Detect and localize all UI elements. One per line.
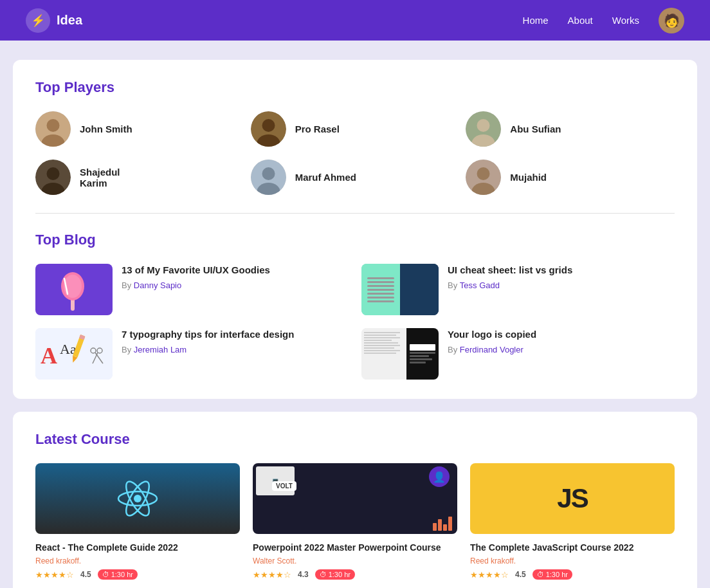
- avatar: [251, 160, 286, 195]
- list-item[interactable]: Shajedul Karim: [35, 160, 244, 195]
- top-players-title: Top Players: [35, 79, 675, 96]
- latest-course-title: Latest Course: [35, 431, 675, 448]
- logo-thumb-left: [361, 328, 406, 380]
- navbar: ⚡ Idea Home About Works 🧑: [0, 0, 710, 41]
- list-item[interactable]: JS The Complete JavaScript Course 2022 R…: [470, 463, 675, 580]
- course-meta: ★★★★☆ 4.5 ⏱ 1:30 hr: [470, 569, 675, 580]
- avatar: [35, 111, 71, 147]
- avatar: [466, 111, 501, 147]
- player-name: Pro Rasel: [295, 124, 340, 134]
- list-item[interactable]: Your logo is copied By Ferdinand Vogler: [361, 328, 675, 380]
- course-author: Reed krakoff.: [35, 556, 240, 565]
- blog-info: Your logo is copied By Ferdinand Vogler: [448, 328, 675, 354]
- course-meta: ★★★★☆ 4.3 ⏱ 1:30 hr: [253, 569, 457, 580]
- course-author: Reed krakoff.: [470, 556, 675, 565]
- blog-thumbnail: A Aa: [35, 328, 113, 380]
- list-item[interactable]: 💻 VOLT 👤 Powerpoint 2022 Master Powerpoi…: [253, 463, 457, 580]
- nav-about[interactable]: About: [568, 15, 593, 26]
- blog-author: By Jeremiah Lam: [122, 345, 349, 354]
- course-duration: ⏱ 1:30 hr: [98, 569, 138, 580]
- player-name: John Smith: [80, 124, 132, 134]
- svg-text:A: A: [41, 343, 57, 369]
- list-item[interactable]: React - The Complete Guide 2022 Reed kra…: [35, 463, 240, 580]
- course-title: The Complete JavaScript Course 2022: [470, 542, 675, 553]
- top-players-card: Top Players John Smith Pro Rasel Abu Suf…: [13, 60, 697, 399]
- course-meta: ★★★★☆ 4.5 ⏱ 1:30 hr: [35, 569, 240, 580]
- list-item[interactable]: 13 of My Favorite UI/UX Goodies By Danny…: [35, 264, 349, 315]
- player-name: Maruf Ahmed: [295, 172, 356, 183]
- nav-home[interactable]: Home: [523, 15, 549, 26]
- avatar: [251, 111, 286, 147]
- svg-point-10: [47, 167, 60, 180]
- person-icon: 👤: [429, 466, 450, 487]
- rating-value: 4.5: [515, 570, 526, 579]
- svg-point-7: [477, 119, 490, 132]
- course-thumbnail: [35, 463, 240, 534]
- list-item[interactable]: John Smith: [35, 111, 244, 147]
- course-thumbnail: JS: [470, 463, 675, 534]
- logo-text: Idea: [57, 13, 82, 28]
- star-rating: ★★★★☆: [35, 570, 74, 580]
- rating-value: 4.3: [298, 570, 309, 579]
- volt-badge: VOLT: [272, 481, 296, 491]
- rating-value: 4.5: [80, 570, 91, 579]
- course-duration: ⏱ 1:30 hr: [532, 569, 572, 580]
- blog-title: UI cheat sheet: list vs grids: [448, 264, 675, 277]
- list-item[interactable]: Abu Sufian: [466, 111, 675, 147]
- course-duration: ⏱ 1:30 hr: [315, 569, 355, 580]
- list-item[interactable]: Pro Rasel: [251, 111, 460, 147]
- logo-icon: ⚡: [26, 8, 50, 33]
- list-item[interactable]: Maruf Ahmed: [251, 160, 460, 195]
- blog-thumbnail: [35, 264, 113, 315]
- user-avatar[interactable]: 🧑: [659, 8, 684, 33]
- top-blog-title: Top Blog: [35, 232, 675, 248]
- svg-point-4: [262, 119, 275, 132]
- player-name: Shajedul Karim: [80, 167, 120, 188]
- svg-point-16: [477, 167, 490, 180]
- logo-thumb-right: [406, 328, 439, 380]
- avatar: [466, 160, 501, 195]
- logo[interactable]: ⚡ Idea: [26, 8, 82, 33]
- course-title: Powerpoint 2022 Master Powerpoint Course: [253, 542, 457, 553]
- latest-course-card: Latest Course React - The Complete Guide…: [13, 412, 697, 588]
- svg-point-13: [262, 167, 275, 180]
- svg-point-1: [47, 119, 60, 132]
- blog-author: By Ferdinand Vogler: [448, 345, 675, 354]
- blog-title: 7 typography tips for interface design: [122, 328, 349, 341]
- blog-thumbnail: [361, 264, 439, 315]
- clock-icon: ⏱: [102, 571, 109, 578]
- list-item[interactable]: Mujahid: [466, 160, 675, 195]
- players-grid: John Smith Pro Rasel Abu Sufian Shajedul…: [35, 111, 675, 195]
- bar-chart: [433, 517, 452, 531]
- course-grid: React - The Complete Guide 2022 Reed kra…: [35, 463, 675, 580]
- star-rating: ★★★★☆: [253, 570, 291, 580]
- js-logo: JS: [557, 483, 587, 514]
- list-item[interactable]: UI cheat sheet: list vs grids By Tess Ga…: [361, 264, 675, 315]
- course-thumbnail: 💻 VOLT 👤: [253, 463, 457, 534]
- blog-info: UI cheat sheet: list vs grids By Tess Ga…: [448, 264, 675, 290]
- player-name: Mujahid: [510, 172, 547, 183]
- course-title: React - The Complete Guide 2022: [35, 542, 240, 553]
- clock-icon: ⏱: [320, 571, 327, 578]
- player-name: Abu Sufian: [510, 124, 561, 134]
- nav-links: Home About Works 🧑: [523, 8, 684, 33]
- blog-grid: 13 of My Favorite UI/UX Goodies By Danny…: [35, 264, 675, 380]
- main-content: Top Players John Smith Pro Rasel Abu Suf…: [0, 41, 710, 588]
- blog-title: Your logo is copied: [448, 328, 675, 341]
- blog-author: By Tess Gadd: [448, 280, 675, 290]
- svg-point-32: [134, 495, 141, 502]
- star-rating: ★★★★☆: [470, 570, 509, 580]
- clock-icon: ⏱: [537, 571, 544, 578]
- blog-info: 13 of My Favorite UI/UX Goodies By Danny…: [122, 264, 349, 290]
- avatar: [35, 160, 71, 195]
- blog-title: 13 of My Favorite UI/UX Goodies: [122, 264, 349, 277]
- nav-works[interactable]: Works: [612, 15, 639, 26]
- section-divider: [35, 213, 675, 214]
- typo-thumb-inner: A Aa: [35, 328, 113, 380]
- blog-info: 7 typography tips for interface design B…: [122, 328, 349, 354]
- blog-author: By Danny Sapio: [122, 280, 349, 290]
- blog-thumbnail: [361, 328, 439, 380]
- list-item[interactable]: A Aa: [35, 328, 349, 380]
- course-author: Walter Scott.: [253, 556, 457, 565]
